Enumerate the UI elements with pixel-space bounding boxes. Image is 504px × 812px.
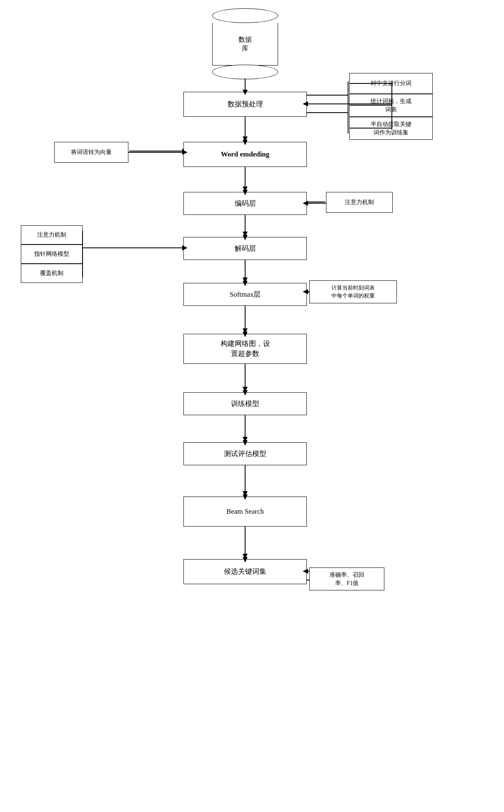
preprocess-node: 数据预处理 <box>183 92 307 117</box>
note-word-freq: 统计词频，生成 词表 <box>349 94 433 117</box>
cylinder-bottom <box>212 65 278 79</box>
encoder-node: 编码层 <box>183 192 307 215</box>
encoder-label: 编码层 <box>235 199 256 209</box>
decoder-node: 解码层 <box>183 237 307 260</box>
test-model-label: 测试评估模型 <box>224 449 266 459</box>
svg-marker-7 <box>243 232 248 237</box>
svg-marker-15 <box>243 437 248 442</box>
svg-marker-17 <box>243 491 248 497</box>
svg-marker-19 <box>243 554 248 559</box>
note-chinese-seg: 对中文进行分词 <box>349 73 433 94</box>
database-node: 数据 库 <box>212 8 278 79</box>
note-semi-auto: 半自动提取关键 词作为训练集 <box>349 117 433 140</box>
note-coverage: 覆盖机制 <box>21 264 83 283</box>
database-label: 数据 库 <box>238 35 252 53</box>
note-softmax-weight: 计算当前时刻词表 中每个单词的权重 <box>309 280 397 303</box>
beam-search-label: Beam Search <box>226 507 264 517</box>
decoder-label: 解码层 <box>235 244 256 254</box>
note-attention-decoder: 注意力机制 <box>21 225 83 245</box>
build-network-node: 构建网络图，设 置超参数 <box>183 334 307 364</box>
test-model-node: 测试评估模型 <box>183 442 307 465</box>
note-word-vector: 将词语转为向量 <box>54 142 128 163</box>
train-model-node: 训练模型 <box>183 392 307 415</box>
svg-marker-3 <box>243 136 248 142</box>
word-embedding-node: Word emdeding <box>183 142 307 167</box>
svg-marker-9 <box>243 277 248 283</box>
train-model-label: 训练模型 <box>231 399 259 409</box>
word-embedding-label: Word emdeding <box>221 149 270 159</box>
candidate-keywords-node: 候选关键词集 <box>183 559 307 584</box>
note-pointer: 指针网络模型 <box>21 245 83 264</box>
cylinder-top <box>212 8 278 23</box>
preprocess-label: 数据预处理 <box>228 99 263 109</box>
note-attention-encoder: 注意力机制 <box>326 192 393 213</box>
note-metrics: 准确率、召回 率、F1值 <box>309 567 384 590</box>
svg-marker-5 <box>243 187 248 192</box>
beam-search-node: Beam Search <box>183 497 307 527</box>
candidate-keywords-label: 候选关键词集 <box>224 567 266 577</box>
svg-marker-13 <box>243 387 248 392</box>
cylinder-body: 数据 库 <box>212 23 278 66</box>
softmax-node: Softmax层 <box>183 283 307 306</box>
build-network-label: 构建网络图，设 置超参数 <box>221 339 270 359</box>
svg-marker-11 <box>243 328 248 334</box>
flowchart-diagram: 数据 库 数据预处理 Word emdeding 编码层 解码层 Softmax… <box>0 0 504 812</box>
softmax-label: Softmax层 <box>230 290 261 300</box>
